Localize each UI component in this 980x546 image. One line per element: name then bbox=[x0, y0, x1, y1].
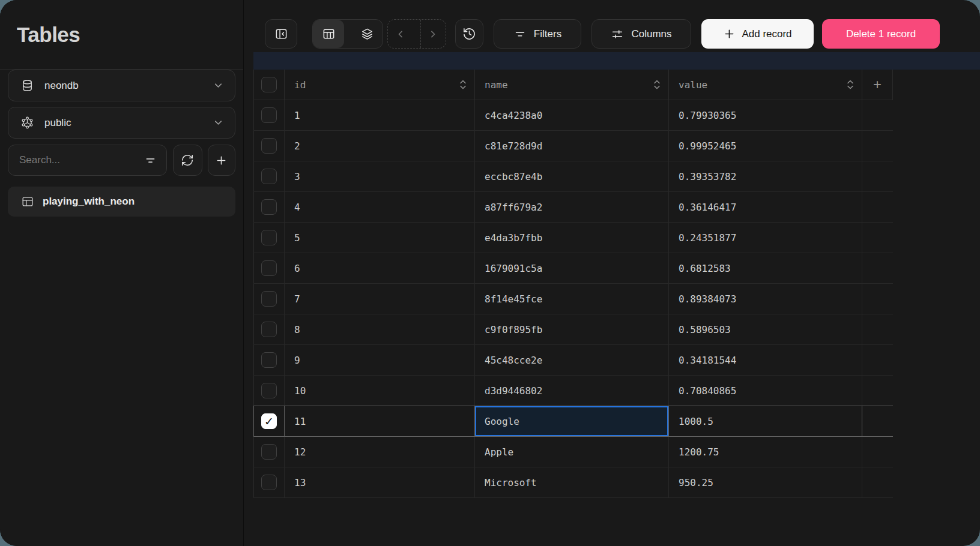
table-row: 5e4da3b7fbb0.24351877 bbox=[253, 223, 893, 253]
add-table-button[interactable] bbox=[208, 145, 235, 176]
row-checkbox-cell bbox=[254, 437, 285, 467]
cell-id[interactable]: 11 bbox=[285, 406, 475, 436]
cell-value[interactable]: 0.24351877 bbox=[669, 223, 862, 253]
sort-icon[interactable] bbox=[846, 79, 854, 91]
select-all-checkbox[interactable] bbox=[261, 77, 277, 92]
cell-value[interactable]: 0.34181544 bbox=[669, 345, 862, 375]
cell-value[interactable]: 1200.75 bbox=[669, 437, 862, 467]
refresh-button[interactable] bbox=[173, 145, 202, 176]
collapse-sidebar-button[interactable] bbox=[265, 19, 297, 49]
database-icon bbox=[20, 79, 34, 92]
cell-value[interactable]: 0.99952465 bbox=[669, 131, 862, 161]
cell-name[interactable]: c4ca4238a0 bbox=[475, 100, 669, 130]
row-checkbox[interactable] bbox=[261, 475, 277, 490]
cell-name[interactable]: c81e728d9d bbox=[475, 131, 669, 161]
sort-icon[interactable] bbox=[459, 79, 467, 91]
cell-id[interactable]: 5 bbox=[285, 223, 475, 253]
table-row: 10d3d94468020.70840865 bbox=[253, 376, 893, 406]
sort-icon[interactable] bbox=[653, 79, 661, 91]
table-view-toggle[interactable] bbox=[313, 20, 344, 48]
row-checkbox[interactable] bbox=[261, 230, 277, 245]
cell-value[interactable]: 0.79930365 bbox=[669, 100, 862, 130]
cell-value[interactable]: 0.89384073 bbox=[669, 284, 862, 314]
column-header-name[interactable]: name bbox=[475, 70, 669, 100]
delete-record-button[interactable]: Delete 1 record bbox=[822, 19, 940, 49]
row-checkbox-cell bbox=[254, 161, 285, 191]
row-checkbox-cell bbox=[254, 345, 285, 375]
next-page-button[interactable] bbox=[420, 20, 446, 48]
cell-name[interactable]: eccbc87e4b bbox=[475, 161, 669, 191]
cell-id[interactable]: 8 bbox=[285, 314, 475, 344]
cell-id[interactable]: 6 bbox=[285, 253, 475, 283]
columns-button[interactable]: Columns bbox=[591, 19, 691, 49]
history-icon bbox=[462, 27, 476, 41]
add-record-button-label: Add record bbox=[742, 28, 791, 40]
cell-name[interactable]: e4da3b7fbb bbox=[475, 223, 669, 253]
cell-id[interactable]: 13 bbox=[285, 467, 475, 497]
cell-id[interactable]: 4 bbox=[285, 192, 475, 222]
cell-value[interactable]: 0.5896503 bbox=[669, 314, 862, 344]
cell-id[interactable]: 12 bbox=[285, 437, 475, 467]
cell-name[interactable]: 45c48cce2e bbox=[475, 345, 669, 375]
view-mode-segmented-control bbox=[312, 19, 383, 49]
cell-name[interactable]: d3d9446802 bbox=[475, 376, 669, 406]
cell-id[interactable]: 2 bbox=[285, 131, 475, 161]
add-record-button[interactable]: Add record bbox=[701, 19, 814, 49]
row-checkbox[interactable] bbox=[261, 260, 277, 276]
cell-name[interactable]: a87ff679a2 bbox=[475, 192, 669, 222]
cell-id[interactable]: 10 bbox=[285, 376, 475, 406]
row-checkbox[interactable] bbox=[261, 169, 277, 184]
row-checkbox[interactable] bbox=[261, 199, 277, 215]
column-header-value[interactable]: value bbox=[669, 70, 862, 100]
database-select[interactable]: neondb bbox=[8, 70, 235, 101]
row-checkbox[interactable] bbox=[261, 138, 277, 154]
row-checkbox[interactable] bbox=[261, 291, 277, 307]
row-checkbox[interactable] bbox=[261, 352, 277, 368]
delete-record-button-label: Delete 1 record bbox=[846, 28, 916, 40]
cell-value[interactable]: 0.36146417 bbox=[669, 192, 862, 222]
cell-value[interactable]: 0.39353782 bbox=[669, 161, 862, 191]
table-top-strip bbox=[253, 52, 980, 70]
cell-name[interactable]: Microsoft bbox=[475, 467, 669, 497]
filters-button[interactable]: Filters bbox=[494, 19, 581, 49]
cell-name[interactable]: c9f0f895fb bbox=[475, 314, 669, 344]
row-checkbox[interactable] bbox=[261, 383, 277, 398]
row-checkbox[interactable] bbox=[261, 444, 277, 460]
cell-id[interactable]: 7 bbox=[285, 284, 475, 314]
history-button[interactable] bbox=[455, 19, 483, 49]
table-grid-icon bbox=[322, 27, 336, 41]
sidebar: Tables neondb bbox=[0, 0, 244, 546]
plus-icon bbox=[215, 154, 228, 167]
table-body: 1c4ca4238a00.799303652c81e728d9d0.999524… bbox=[253, 100, 893, 498]
main-panel: Filters Columns Add record Del bbox=[244, 0, 980, 546]
cell-value[interactable]: 0.70840865 bbox=[669, 376, 862, 406]
cell-id[interactable]: 9 bbox=[285, 345, 475, 375]
row-checkbox[interactable] bbox=[261, 107, 277, 123]
cell-name[interactable]: Apple bbox=[475, 437, 669, 467]
cell-name[interactable]: 1679091c5a bbox=[475, 253, 669, 283]
cell-id[interactable]: 3 bbox=[285, 161, 475, 191]
search-box[interactable] bbox=[8, 145, 167, 176]
row-checkbox[interactable] bbox=[261, 322, 277, 337]
schema-select[interactable]: public bbox=[8, 107, 235, 139]
column-header-value-label: value bbox=[679, 79, 707, 91]
table-icon bbox=[21, 195, 34, 208]
sidebar-item-table[interactable]: playing_with_neon bbox=[8, 187, 235, 217]
row-checkbox-checked[interactable] bbox=[261, 413, 277, 429]
table-header-row: id name value bbox=[253, 70, 893, 100]
cell-value[interactable]: 1000.5 bbox=[669, 406, 862, 436]
page-title: Tables bbox=[17, 23, 80, 47]
layers-icon bbox=[360, 27, 374, 41]
schema-icon bbox=[20, 116, 34, 130]
row-checkbox-cell bbox=[254, 100, 285, 130]
cell-value[interactable]: 950.25 bbox=[669, 467, 862, 497]
cell-value[interactable]: 0.6812583 bbox=[669, 253, 862, 283]
column-header-id[interactable]: id bbox=[285, 70, 475, 100]
previous-page-button[interactable] bbox=[388, 20, 413, 48]
cell-id[interactable]: 1 bbox=[285, 100, 475, 130]
cell-name[interactable]: 8f14e45fce bbox=[475, 284, 669, 314]
add-column-button[interactable]: + bbox=[862, 70, 893, 100]
search-input[interactable] bbox=[19, 154, 144, 166]
schema-view-toggle[interactable] bbox=[351, 20, 383, 48]
cell-name-selected[interactable]: Google bbox=[475, 406, 669, 436]
